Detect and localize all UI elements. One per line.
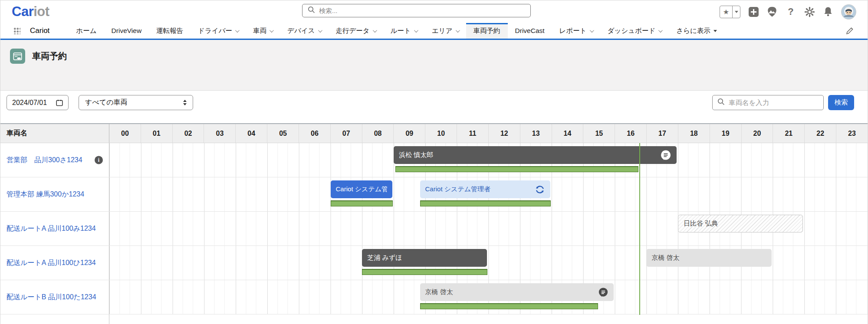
- nav-tab-label: DriveView: [112, 27, 142, 35]
- nav-tab-9[interactable]: エリア: [424, 23, 466, 39]
- nav-tab-label: ダッシュボード: [608, 26, 656, 36]
- gantt-track: 京橋 啓太: [109, 280, 868, 314]
- nav-tab-label: レポート: [559, 26, 587, 36]
- search-button[interactable]: 検索: [828, 95, 854, 110]
- nav-tab-1[interactable]: ホーム: [69, 23, 104, 39]
- hour-label: 08: [362, 124, 394, 143]
- hour-label: 10: [425, 124, 457, 143]
- hour-label: 20: [742, 124, 773, 143]
- nav-tab-4[interactable]: ドライバー: [191, 23, 246, 39]
- chevron-down-icon: [658, 28, 663, 33]
- vehicle-cell: 管理本部 練馬300か1234: [0, 177, 109, 211]
- reservation-label: 浜松 慎太郎: [399, 151, 657, 159]
- reservation-bar[interactable]: 京橋 啓太: [646, 249, 771, 267]
- gantt-header-row: 車両名 000102030405060708091011121314151617…: [0, 123, 868, 143]
- nav-tab-10[interactable]: 車両予約: [466, 23, 508, 39]
- global-search-input[interactable]: [319, 7, 525, 14]
- trailhead-icon[interactable]: [766, 6, 778, 17]
- nav-edit-pencil-icon[interactable]: [846, 23, 854, 39]
- setup-gear-icon[interactable]: [804, 6, 815, 17]
- search-icon: [717, 98, 725, 107]
- vehicle-filter-value: すべての車両: [85, 98, 128, 107]
- header-icon-strip: ★ ?: [720, 0, 856, 23]
- hour-label: 18: [678, 124, 710, 143]
- reservation-bar[interactable]: 日比谷 弘典: [678, 215, 803, 232]
- actual-drive-bar: [331, 200, 393, 206]
- vehicle-cell: 配送ルートA 品川100ひ1234: [0, 246, 109, 280]
- global-add-icon[interactable]: [748, 6, 759, 17]
- reservation-bar[interactable]: 京橋 啓太: [420, 283, 614, 301]
- reservation-bar[interactable]: Cariot システム管理者: [420, 180, 551, 198]
- hour-label: 15: [583, 124, 615, 143]
- select-updown-icon: [183, 100, 187, 105]
- global-search-box[interactable]: [302, 4, 531, 17]
- nav-tab-label: 車両予約: [473, 26, 500, 36]
- nav-app-name[interactable]: Cariot: [30, 26, 49, 35]
- gantt-row: 配送ルートA 品川100ひ1234芝浦 みずほ京橋 啓太: [0, 246, 868, 280]
- date-picker-input[interactable]: 2024/07/01: [7, 95, 69, 110]
- vehicle-name-search-box[interactable]: [712, 95, 824, 110]
- notifications-bell-icon[interactable]: [822, 6, 834, 17]
- app-launcher-waffle-icon[interactable]: [13, 27, 20, 34]
- user-avatar[interactable]: [841, 4, 856, 20]
- hour-label: 12: [489, 124, 520, 143]
- vehicle-link[interactable]: 管理本部 練馬300か1234: [7, 190, 84, 199]
- hour-label: 09: [394, 124, 425, 143]
- nav-tab-label: DriveCast: [515, 27, 545, 35]
- hour-label: 01: [141, 124, 173, 143]
- nav-tab-list: ホームDriveView運転報告ドライバー車両デバイス走行データルートエリア車両…: [69, 23, 724, 39]
- cariot-logo[interactable]: Cariot: [12, 4, 49, 20]
- info-icon[interactable]: i: [95, 156, 103, 164]
- vehicle-name-search-input[interactable]: [729, 99, 819, 107]
- nav-tab-6[interactable]: デバイス: [280, 23, 328, 39]
- nav-tab-label: エリア: [432, 26, 453, 36]
- hour-label: 23: [836, 124, 868, 143]
- reservation-label: 芝浦 みずほ: [367, 254, 482, 262]
- sync-icon[interactable]: [535, 184, 545, 195]
- chat-icon[interactable]: [598, 287, 608, 298]
- nav-tab-7[interactable]: 走行データ: [329, 23, 383, 39]
- gantt-row: 配送ルートA 品川100み1234日比谷 弘典: [0, 212, 868, 246]
- vehicle-column-header: 車両名: [0, 124, 109, 143]
- reservation-bar[interactable]: Cariot システム管理者: [331, 180, 393, 198]
- nav-tab-13[interactable]: ダッシュボード: [600, 23, 669, 39]
- nav-tab-label: 走行データ: [336, 26, 370, 36]
- nav-tab-label: ルート: [391, 26, 411, 36]
- favorite-star-icon[interactable]: ★: [720, 6, 732, 18]
- logo-text-car: Car: [12, 4, 33, 19]
- nav-tab-3[interactable]: 運転報告: [149, 23, 191, 39]
- nav-tab-14[interactable]: さらに表示: [669, 23, 724, 39]
- hour-label: 11: [457, 124, 489, 143]
- chevron-down-icon: [456, 28, 460, 33]
- vehicle-link[interactable]: 配送ルートB 品川100た1234: [7, 293, 96, 302]
- reservation-bar[interactable]: 芝浦 みずほ: [362, 249, 487, 267]
- nav-tab-2[interactable]: DriveView: [104, 23, 149, 39]
- hour-label: 19: [710, 124, 742, 143]
- chat-icon[interactable]: [660, 150, 671, 161]
- nav-tab-5[interactable]: 車両: [246, 23, 280, 39]
- cariot-app-window: Cariot ★ ?: [0, 0, 868, 324]
- favorites-caret-icon[interactable]: [733, 11, 740, 13]
- chevron-down-icon: [373, 28, 377, 33]
- nav-tab-label: デバイス: [287, 26, 315, 36]
- gantt-row: 配送ルートB 品川100た1234京橋 啓太: [0, 280, 868, 314]
- search-icon: [308, 6, 315, 15]
- vehicle-link[interactable]: 配送ルートA 品川100み1234: [7, 224, 96, 233]
- actual-drive-bar: [420, 303, 598, 309]
- chevron-down-icon: [590, 28, 594, 33]
- hour-label: 05: [267, 124, 299, 143]
- nav-tab-label: さらに表示: [676, 26, 710, 36]
- vehicle-link[interactable]: 営業部 品川300さ1234: [7, 156, 82, 165]
- favorites-control[interactable]: ★: [720, 6, 740, 18]
- vehicle-cell: 配送ルートB 品川100た1234: [0, 280, 109, 314]
- nav-tab-12[interactable]: レポート: [552, 23, 600, 39]
- vehicle-filter-select[interactable]: すべての車両: [79, 95, 193, 110]
- vehicle-link[interactable]: 配送ルートA 品川100ひ1234: [7, 259, 96, 268]
- logo-text-iot: iot: [33, 4, 49, 19]
- nav-tab-8[interactable]: ルート: [383, 23, 424, 39]
- help-icon[interactable]: ?: [785, 6, 796, 17]
- nav-tab-11[interactable]: DriveCast: [508, 23, 552, 39]
- actual-drive-bar: [420, 200, 551, 206]
- reservation-bar[interactable]: 浜松 慎太郎: [394, 146, 677, 164]
- hour-label: 16: [615, 124, 647, 143]
